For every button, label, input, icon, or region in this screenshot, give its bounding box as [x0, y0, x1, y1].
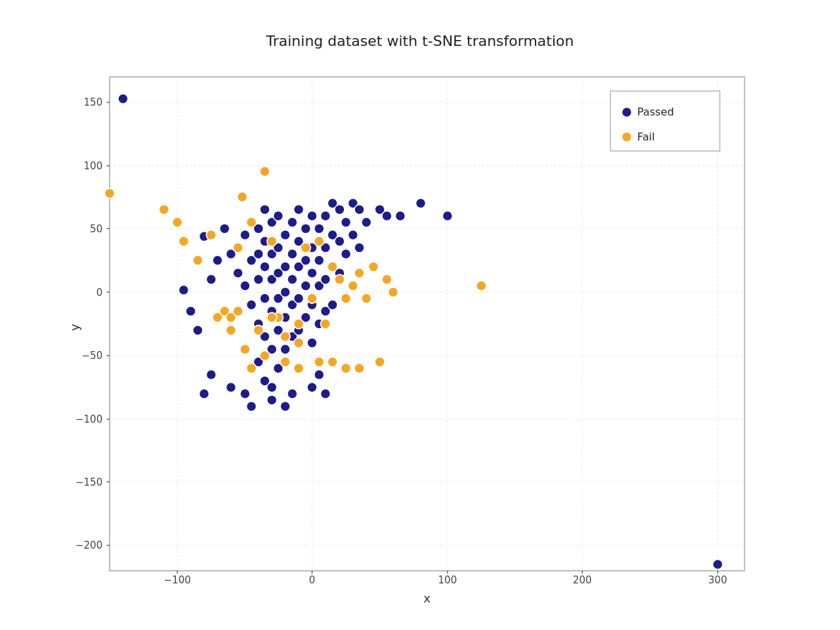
fail-point	[294, 319, 304, 329]
chart-container: Training dataset with t-SNE transformati…	[59, 33, 781, 597]
svg-text:200: 200	[573, 574, 592, 586]
passed-point	[354, 205, 364, 215]
fail-point	[267, 312, 277, 322]
fail-point	[247, 364, 257, 373]
passed-point	[280, 262, 290, 272]
chart-title: Training dataset with t-SNE transformati…	[59, 33, 781, 49]
fail-point	[327, 262, 337, 272]
fail-point	[301, 243, 310, 253]
passed-point	[186, 306, 196, 316]
fail-point	[253, 326, 263, 335]
passed-point	[335, 205, 345, 215]
svg-text:150: 150	[84, 96, 103, 108]
fail-point	[307, 293, 317, 303]
passed-point	[253, 274, 263, 284]
passed-point	[200, 388, 209, 398]
svg-text:0: 0	[96, 287, 103, 299]
y-axis-label: y	[68, 324, 81, 331]
passed-point	[320, 211, 330, 221]
fail-point	[240, 345, 250, 354]
fail-point	[173, 217, 182, 227]
passed-point	[307, 211, 317, 221]
fail-point	[388, 287, 398, 297]
svg-text:−150: −150	[75, 476, 102, 488]
passed-point	[314, 369, 324, 379]
fail-point	[341, 293, 351, 303]
fail-point	[362, 293, 371, 303]
fail-point	[354, 364, 364, 373]
fail-point	[260, 167, 270, 177]
fail-point	[226, 326, 236, 335]
passed-point	[416, 198, 426, 208]
passed-point	[280, 402, 290, 411]
passed-point	[307, 268, 317, 278]
fail-point	[280, 357, 290, 367]
x-axis-label: x	[423, 591, 430, 605]
passed-point	[287, 274, 297, 284]
passed-point	[341, 249, 351, 259]
svg-text:100: 100	[438, 574, 457, 586]
passed-point	[253, 249, 263, 259]
fail-point	[206, 230, 216, 240]
passed-point	[247, 300, 257, 310]
svg-text:100: 100	[84, 160, 103, 172]
passed-point	[213, 255, 222, 265]
fail-point	[314, 236, 324, 246]
passed-point	[240, 281, 250, 291]
fail-point	[213, 312, 222, 322]
passed-point	[294, 205, 304, 215]
svg-text:−100: −100	[75, 413, 102, 425]
passed-point	[267, 383, 277, 392]
passed-point	[442, 211, 452, 221]
fail-point	[294, 338, 304, 348]
svg-text:−100: −100	[164, 574, 191, 586]
fail-point	[260, 350, 270, 360]
passed-point	[260, 262, 270, 272]
legend-fail-dot	[621, 132, 631, 142]
legend-passed-dot	[621, 107, 631, 117]
fail-point	[369, 262, 379, 272]
passed-point	[294, 293, 304, 303]
passed-point	[362, 217, 371, 227]
passed-point	[273, 211, 283, 221]
passed-point	[280, 345, 290, 354]
fail-point	[104, 188, 114, 198]
passed-point	[193, 326, 203, 335]
passed-point	[335, 236, 345, 246]
passed-point	[240, 388, 250, 398]
fail-point	[233, 306, 243, 316]
passed-point	[341, 217, 351, 227]
passed-point	[226, 383, 236, 392]
fail-point	[247, 217, 257, 227]
passed-point	[280, 287, 290, 297]
fail-point	[375, 357, 385, 367]
passed-point	[395, 211, 405, 221]
fail-point	[193, 255, 203, 265]
passed-point	[348, 230, 358, 240]
passed-point	[713, 560, 723, 570]
fail-point	[238, 192, 247, 201]
svg-text:−200: −200	[75, 539, 102, 551]
fail-point	[294, 364, 304, 373]
passed-point	[280, 230, 290, 240]
chart-area: 150 100 50 0 −50 −100 −150	[59, 56, 781, 620]
passed-point	[287, 217, 297, 227]
scatter-plot: 150 100 50 0 −50 −100 −150	[59, 56, 781, 620]
fail-point	[476, 281, 486, 291]
passed-point	[307, 338, 317, 348]
passed-point	[206, 274, 216, 284]
fail-point	[354, 268, 364, 278]
passed-point	[301, 281, 310, 291]
passed-point	[307, 383, 317, 392]
fail-point	[382, 274, 392, 284]
fail-point	[335, 274, 345, 284]
passed-point	[260, 293, 270, 303]
fail-point	[178, 236, 188, 246]
passed-point	[314, 224, 324, 234]
passed-point	[220, 224, 230, 234]
passed-point	[267, 395, 277, 405]
passed-point	[233, 268, 243, 278]
svg-text:300: 300	[708, 574, 727, 586]
fail-point	[267, 236, 277, 246]
svg-text:0: 0	[309, 574, 316, 586]
